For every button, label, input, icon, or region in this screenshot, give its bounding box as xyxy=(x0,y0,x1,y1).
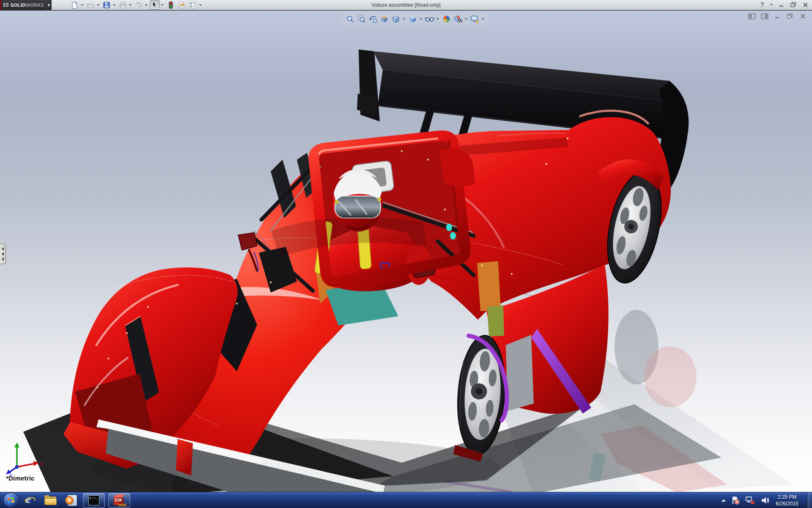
clock-date: 6/26/2015 xyxy=(771,500,803,507)
previous-view-icon xyxy=(369,15,377,23)
minimize-icon xyxy=(774,14,780,19)
print-button[interactable] xyxy=(118,0,128,10)
zoom-to-area-icon xyxy=(357,15,366,23)
hide-show-items-dropdown-arrow[interactable] xyxy=(436,18,439,20)
title-bar: 3S SOLIDWORKS xyxy=(0,0,812,10)
left-arrow-icon xyxy=(2,257,4,261)
clock-time: 2:25 PM xyxy=(771,494,803,500)
internet-explorer-icon: e xyxy=(25,494,36,506)
action-center-flag-icon[interactable] xyxy=(731,496,740,505)
taskbar-media-player[interactable] xyxy=(63,493,80,508)
hide-show-items-button[interactable] xyxy=(425,14,435,24)
print-dropdown-arrow[interactable] xyxy=(129,4,132,6)
display-style-dropdown-arrow[interactable] xyxy=(420,18,422,20)
select-dropdown-arrow[interactable] xyxy=(161,4,164,6)
file-properties-button[interactable] xyxy=(177,0,187,10)
window-controls: ? xyxy=(758,1,809,8)
save-floppy-icon xyxy=(103,1,110,9)
show-hidden-icons-button[interactable] xyxy=(721,499,726,502)
left-arrow-icon xyxy=(2,252,4,256)
taskbar-command-prompt[interactable]: C:\_ xyxy=(83,493,105,508)
glasses-icon xyxy=(425,15,434,23)
help-dropdown-arrow[interactable] xyxy=(770,4,773,6)
options-button[interactable] xyxy=(188,0,198,10)
apply-scene-dropdown-arrow[interactable] xyxy=(465,18,467,20)
view-orientation-dropdown-arrow[interactable] xyxy=(403,18,405,20)
view-settings-button[interactable] xyxy=(470,14,480,24)
model-render-race-car xyxy=(0,11,812,492)
printer-icon xyxy=(119,1,127,9)
apply-scene-button[interactable] xyxy=(453,14,463,24)
new-document-button[interactable] xyxy=(69,0,80,10)
solidworks-menu-button[interactable]: 3S SOLIDWORKS xyxy=(0,0,47,10)
pane-left-icon xyxy=(748,13,756,19)
edit-appearance-icon xyxy=(442,15,451,23)
help-button[interactable]: ? xyxy=(758,1,766,8)
dassault-3ds-logo: 3S xyxy=(3,2,9,8)
undo-arrow-icon xyxy=(134,1,143,9)
x-axis-label: x xyxy=(40,460,44,467)
close-button[interactable] xyxy=(801,1,809,8)
open-folder-icon xyxy=(87,1,95,9)
collapse-pane-left-button[interactable] xyxy=(748,13,756,19)
expand-pane-right-button[interactable] xyxy=(760,13,769,19)
volume-icon[interactable] xyxy=(760,496,770,505)
open-button[interactable] xyxy=(85,0,96,10)
zoom-to-fit-button[interactable] xyxy=(345,14,355,24)
document-restore-button[interactable] xyxy=(786,13,794,19)
minimize-button[interactable] xyxy=(777,1,786,8)
menu-expand-arrow[interactable] xyxy=(47,0,52,10)
view-orientation-button[interactable] xyxy=(391,14,401,24)
undo-button[interactable] xyxy=(134,0,144,10)
desktop: 3S SOLIDWORKS xyxy=(0,0,812,508)
undo-dropdown-arrow[interactable] xyxy=(145,4,148,6)
display-style-icon xyxy=(409,15,417,23)
save-button[interactable] xyxy=(102,0,112,10)
network-disconnected-icon[interactable] xyxy=(745,496,755,505)
save-dropdown-arrow[interactable] xyxy=(113,4,115,6)
window-edge-accent xyxy=(0,0,1,10)
view-orientation-label: *Dimetric xyxy=(6,475,35,482)
previous-view-button[interactable] xyxy=(368,14,378,24)
select-tool-button[interactable] xyxy=(150,0,160,10)
view-orientation-icon xyxy=(392,15,400,23)
taskbar: e C:\_ SW 2015 xyxy=(0,492,812,508)
pane-right-icon xyxy=(761,13,768,19)
options-checklist-icon xyxy=(189,1,197,9)
restore-icon xyxy=(787,13,793,19)
restore-icon xyxy=(790,2,797,8)
rebuild-button[interactable] xyxy=(166,0,176,10)
section-view-button[interactable] xyxy=(379,14,390,24)
open-dropdown-arrow[interactable] xyxy=(97,4,99,6)
show-desktop-button[interactable] xyxy=(807,492,812,508)
new-document-icon xyxy=(71,1,78,9)
taskbar-internet-explorer[interactable]: e xyxy=(22,493,39,508)
minimize-icon xyxy=(779,2,785,7)
view-settings-dropdown-arrow[interactable] xyxy=(482,18,484,20)
zoom-to-area-button[interactable] xyxy=(357,14,367,24)
media-player-icon xyxy=(65,495,77,506)
document-minimize-button[interactable] xyxy=(773,13,782,19)
start-button[interactable] xyxy=(3,493,19,508)
edit-appearance-button[interactable] xyxy=(442,14,452,24)
feature-tree-collapsed-tab[interactable] xyxy=(0,244,6,264)
display-style-button[interactable] xyxy=(408,14,418,24)
standard-toolbar xyxy=(69,0,203,10)
system-tray xyxy=(721,492,770,508)
taskbar-clock[interactable]: 2:25 PM 6/26/2015 xyxy=(771,494,803,507)
options-dropdown-arrow[interactable] xyxy=(199,4,202,6)
headsup-view-toolbar xyxy=(343,13,488,25)
apply-scene-icon xyxy=(453,15,463,23)
document-close-button[interactable] xyxy=(798,13,807,19)
new-dropdown-arrow[interactable] xyxy=(81,4,83,6)
file-properties-icon xyxy=(178,1,186,9)
graphics-viewport[interactable]: x z *Dimetric xyxy=(0,10,812,492)
taskbar-solidworks[interactable]: SW 2015 xyxy=(108,493,130,508)
command-prompt-icon: C:\_ xyxy=(88,495,99,505)
taskbar-windows-explorer[interactable] xyxy=(42,493,59,508)
document-window-controls xyxy=(748,13,807,19)
right-arrow-icon xyxy=(48,3,50,7)
view-settings-icon xyxy=(470,15,480,23)
folder-icon xyxy=(44,495,57,505)
restore-button[interactable] xyxy=(789,1,798,8)
